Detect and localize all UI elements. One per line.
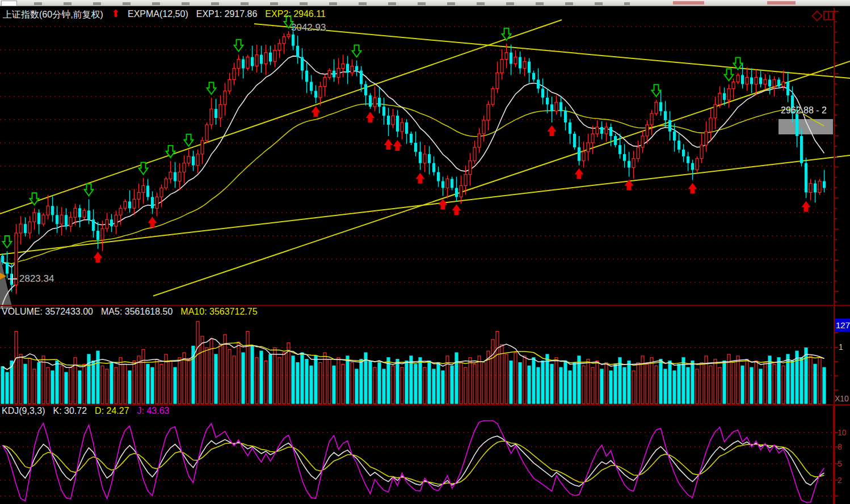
kdj-axis-label: 2	[838, 476, 842, 485]
trading-app-window: 上证指数(60分钟,前复权) ⬆ EXPMA(12,50) EXP1: 2917…	[0, 0, 850, 504]
kdj-axis-label: 10	[838, 428, 847, 437]
kdj-axis-label: 5	[838, 459, 842, 468]
volume-axis-unit-label: X10	[835, 394, 849, 403]
volume-axis-mid-label: 1	[839, 342, 843, 351]
kdj-axis-label: 8	[838, 442, 842, 451]
main-chart-header: 上证指数(60分钟,前复权) ⬆ EXPMA(12,50) EXP1: 2917…	[3, 9, 326, 21]
kdj-d-value: D: 24.27	[95, 406, 129, 416]
chart-canvas[interactable]	[0, 0, 850, 504]
price-axis	[0, 8, 850, 504]
exp1-value: EXP1: 2917.86	[196, 9, 258, 21]
low-price-label: 2823.34	[19, 273, 54, 285]
exp2-value: EXP2: 2946.11	[265, 9, 325, 21]
symbol-title[interactable]: 上证指数(60分钟,前复权)	[3, 9, 103, 21]
volume-axis-max-badge: 127	[835, 319, 850, 332]
indicator-name[interactable]: EXPMA(12,50)	[128, 9, 188, 21]
split-window-icon[interactable]	[823, 11, 834, 20]
kdj-j-value: J: 43.63	[137, 406, 170, 416]
volume-value[interactable]: VOLUME: 3572433.00	[2, 307, 93, 317]
rectangle-range-label: 2962.88 - 2	[781, 105, 827, 116]
red-up-arrow-icon: ⬆	[111, 9, 120, 21]
volume-ma10-value: MA10: 3563712.75	[180, 307, 257, 317]
kdj-k-value: K: 30.72	[53, 406, 87, 416]
kdj-name[interactable]: KDJ(9,3,3)	[2, 406, 45, 416]
kdj-header: KDJ(9,3,3) K: 30.72 D: 24.27 J: 43.63	[2, 406, 170, 416]
volume-header: VOLUME: 3572433.00 MA5: 3561618.50 MA10:…	[2, 307, 258, 317]
volume-ma5-value: MA5: 3561618.50	[101, 307, 172, 317]
candles-layer	[1, 23, 826, 294]
peak-price-label: 3042.93	[291, 22, 326, 33]
gridlines-layer	[0, 27, 834, 496]
